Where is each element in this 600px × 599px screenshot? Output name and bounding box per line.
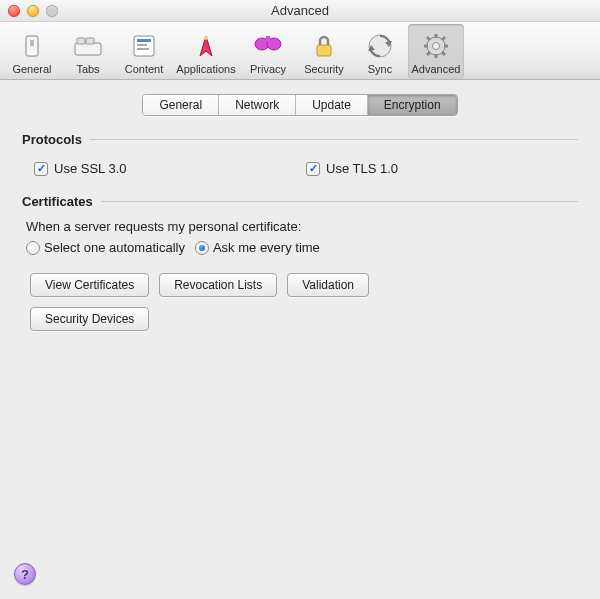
toolbar-label: General <box>12 63 51 75</box>
radio-ask-label: Ask me every time <box>213 240 320 255</box>
minimize-window-button[interactable] <box>27 5 39 17</box>
lock-icon <box>308 30 340 62</box>
divider <box>90 139 578 140</box>
radio-icon <box>26 241 40 255</box>
toolbar-item-advanced[interactable]: Advanced <box>408 24 464 79</box>
subtab-general[interactable]: General <box>143 95 219 115</box>
window-titlebar: Advanced <box>0 0 600 22</box>
content-area: General Network Update Encryption Protoc… <box>0 80 600 331</box>
view-certificates-button[interactable]: View Certificates <box>30 273 149 297</box>
subtab-bar: General Network Update Encryption <box>22 94 578 116</box>
protocols-title: Protocols <box>22 132 82 147</box>
checkbox-icon: ✓ <box>34 162 48 176</box>
toolbar-label: Applications <box>176 63 235 75</box>
certificates-prompt: When a server requests my personal certi… <box>26 219 578 234</box>
svg-rect-13 <box>317 45 331 56</box>
toolbar-item-content[interactable]: Content <box>116 24 172 79</box>
svg-point-16 <box>433 43 440 50</box>
svg-rect-6 <box>137 39 151 42</box>
close-window-button[interactable] <box>8 5 20 17</box>
toolbar-label: Security <box>304 63 344 75</box>
radio-ask-every-time[interactable]: Ask me every time <box>195 240 320 255</box>
svg-line-21 <box>427 37 430 40</box>
use-tls-label: Use TLS 1.0 <box>326 161 398 176</box>
svg-line-22 <box>442 52 445 55</box>
help-icon: ? <box>21 567 29 582</box>
tabs-icon <box>72 30 104 62</box>
window-title: Advanced <box>0 3 600 18</box>
toolbar-item-privacy[interactable]: Privacy <box>240 24 296 79</box>
toolbar-label: Sync <box>368 63 392 75</box>
svg-rect-1 <box>30 40 34 46</box>
privacy-icon <box>252 30 284 62</box>
svg-rect-3 <box>77 38 85 44</box>
toolbar-label: Content <box>125 63 164 75</box>
subtab-update[interactable]: Update <box>296 95 368 115</box>
use-ssl-checkbox[interactable]: ✓ Use SSL 3.0 <box>34 161 306 176</box>
use-ssl-label: Use SSL 3.0 <box>54 161 127 176</box>
svg-rect-8 <box>137 48 149 50</box>
switch-icon <box>16 30 48 62</box>
svg-line-23 <box>427 52 430 55</box>
toolbar-label: Advanced <box>412 63 461 75</box>
toolbar-item-tabs[interactable]: Tabs <box>60 24 116 79</box>
protocols-header: Protocols <box>22 132 578 147</box>
divider <box>101 201 578 202</box>
use-tls-checkbox[interactable]: ✓ Use TLS 1.0 <box>306 161 578 176</box>
toolbar-label: Tabs <box>76 63 99 75</box>
toolbar-item-general[interactable]: General <box>4 24 60 79</box>
toolbar-label: Privacy <box>250 63 286 75</box>
svg-line-24 <box>442 37 445 40</box>
sync-icon <box>364 30 396 62</box>
svg-rect-4 <box>86 38 94 44</box>
gear-icon <box>420 30 452 62</box>
help-button[interactable]: ? <box>14 563 36 585</box>
validation-button[interactable]: Validation <box>287 273 369 297</box>
certificates-title: Certificates <box>22 194 93 209</box>
radio-select-automatically[interactable]: Select one automatically <box>26 240 185 255</box>
certificates-header: Certificates <box>22 194 578 209</box>
toolbar-item-security[interactable]: Security <box>296 24 352 79</box>
applications-icon <box>190 30 222 62</box>
svg-rect-2 <box>75 43 101 55</box>
revocation-lists-button[interactable]: Revocation Lists <box>159 273 277 297</box>
content-icon <box>128 30 160 62</box>
svg-point-9 <box>204 36 208 40</box>
svg-rect-7 <box>137 44 147 46</box>
toolbar-item-applications[interactable]: Applications <box>172 24 240 79</box>
preferences-toolbar: General Tabs Content Applications Privac… <box>0 22 600 80</box>
checkbox-icon: ✓ <box>306 162 320 176</box>
zoom-window-button[interactable] <box>46 5 58 17</box>
subtab-encryption[interactable]: Encryption <box>368 95 457 115</box>
subtab-network[interactable]: Network <box>219 95 296 115</box>
radio-auto-label: Select one automatically <box>44 240 185 255</box>
radio-icon <box>195 241 209 255</box>
svg-rect-12 <box>266 36 270 42</box>
toolbar-item-sync[interactable]: Sync <box>352 24 408 79</box>
security-devices-button[interactable]: Security Devices <box>30 307 149 331</box>
